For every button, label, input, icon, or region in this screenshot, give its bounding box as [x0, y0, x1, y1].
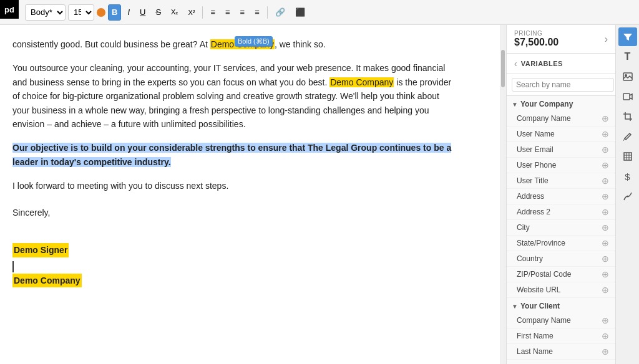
subscript-button[interactable]: X₂	[167, 4, 182, 21]
signer-company-highlight: Demo Company	[12, 274, 456, 287]
sincerely-text: Sincerely,	[12, 206, 456, 219]
svg-rect-3	[623, 93, 630, 100]
add-address-btn[interactable]: ⊕	[600, 191, 610, 201]
add-user-name-btn[interactable]: ⊕	[600, 129, 610, 139]
document-editor[interactable]: consistently good. But could business be…	[0, 25, 500, 364]
paragraph-4-forward: I look forward to meeting with you to di…	[12, 179, 456, 193]
var-last-name[interactable]: Last Name ⊕	[507, 344, 615, 360]
var-country[interactable]: Country ⊕	[507, 251, 615, 267]
draw-icon-btn[interactable]	[618, 187, 637, 206]
var-address[interactable]: Address ⊕	[507, 189, 615, 204]
add-website-btn[interactable]: ⊕	[600, 285, 610, 295]
text-color-picker[interactable]	[97, 8, 105, 17]
video-icon-btn[interactable]	[618, 87, 637, 106]
pricing-value: $7,500.00	[514, 37, 559, 48]
var-user-title[interactable]: User Title ⊕	[507, 173, 615, 189]
line-spacing-button[interactable]: ≡	[207, 4, 219, 21]
objective-text: Our objective is to build on your consid…	[12, 143, 451, 166]
bold-button[interactable]: B	[108, 4, 121, 21]
italic-button[interactable]: I	[124, 4, 134, 21]
editor-scrollbar[interactable]	[500, 25, 506, 364]
paragraph-2: You outsource your cleaning, your accoun…	[12, 61, 456, 131]
paragraph-1: consistently good. But could business be…	[12, 37, 456, 51]
add-user-title-btn[interactable]: ⊕	[600, 176, 610, 186]
var-user-email[interactable]: User Email ⊕	[507, 142, 615, 158]
demo-company-highlight-2: Demo Company	[329, 77, 394, 87]
icon-bar: T	[615, 25, 639, 364]
app-logo: pd	[0, 0, 19, 19]
main-area: consistently good. But could business be…	[0, 25, 639, 364]
crop-icon-btn[interactable]	[618, 107, 637, 126]
search-box: ✕	[507, 74, 615, 96]
pen-icon	[623, 132, 632, 141]
add-user-email-btn[interactable]: ⊕	[600, 145, 610, 155]
image-icon	[623, 72, 633, 81]
divider-1	[202, 6, 203, 19]
font-size-select[interactable]: 15	[68, 4, 94, 21]
scroll-thumb	[501, 50, 505, 87]
svg-line-4	[623, 138, 625, 141]
pricing-chevron-icon[interactable]: ›	[605, 34, 608, 45]
pen-icon-btn[interactable]	[618, 127, 637, 146]
table-icon-btn[interactable]	[618, 147, 637, 166]
image-icon-btn[interactable]	[618, 67, 637, 86]
var-client-company-name[interactable]: Company Name ⊕	[507, 313, 615, 328]
var-first-name[interactable]: First Name ⊕	[507, 328, 615, 344]
add-state-btn[interactable]: ⊕	[600, 238, 610, 248]
variables-list: ▼ Your Company Company Name ⊕ User Name …	[507, 96, 615, 364]
add-country-btn[interactable]: ⊕	[600, 254, 610, 264]
var-address2[interactable]: Address 2 ⊕	[507, 204, 615, 220]
document-content: consistently good. But could business be…	[0, 25, 474, 312]
var-email[interactable]: Email ⊕	[507, 360, 615, 364]
pricing-label: PRICING	[514, 30, 559, 37]
list-button[interactable]: ≡	[237, 4, 249, 21]
link-button[interactable]: 🔗	[271, 4, 289, 21]
svg-marker-0	[623, 34, 632, 41]
add-address2-btn[interactable]: ⊕	[600, 207, 610, 217]
strikethrough-button[interactable]: S	[152, 4, 165, 21]
var-user-phone[interactable]: User Phone ⊕	[507, 158, 615, 173]
var-zip[interactable]: ZIP/Postal Code ⊕	[507, 267, 615, 282]
align-button[interactable]: ≡	[222, 4, 234, 21]
cursor-line	[12, 261, 14, 272]
search-input[interactable]	[512, 78, 614, 92]
svg-point-10	[627, 196, 628, 198]
your-client-group-header[interactable]: ▼ Your Client	[507, 298, 615, 313]
var-user-name[interactable]: User Name ⊕	[507, 127, 615, 142]
var-company-name[interactable]: Company Name ⊕	[507, 111, 615, 127]
dollar-icon-btn[interactable]: $	[618, 167, 637, 186]
add-company-name-btn[interactable]: ⊕	[600, 113, 610, 123]
more-button[interactable]: ⬛	[291, 4, 309, 21]
text-icon-btn[interactable]: T	[618, 47, 637, 66]
formatting-toolbar: Body* 15 B Bold (⌘B) I U S X₂ X² ≡ ≡ ≡ ≡…	[0, 0, 639, 25]
logo-text: pd	[4, 5, 14, 14]
crop-icon	[623, 112, 632, 121]
filter-icon-btn[interactable]	[618, 27, 637, 46]
bullet-button[interactable]: ≡	[251, 4, 263, 21]
add-city-btn[interactable]: ⊕	[600, 223, 610, 232]
var-website[interactable]: Website URL ⊕	[507, 282, 615, 298]
font-style-select[interactable]: Body*	[25, 4, 66, 21]
your-company-group-header[interactable]: ▼ Your Company	[507, 96, 615, 111]
underline-button[interactable]: U	[136, 4, 149, 21]
triangle-icon: ▼	[512, 101, 518, 108]
paragraph-3-objective: Our objective is to build on your consid…	[12, 141, 456, 169]
add-user-phone-btn[interactable]: ⊕	[600, 160, 610, 170]
add-zip-btn[interactable]: ⊕	[600, 269, 610, 279]
your-company-label: Your Company	[520, 100, 573, 108]
superscript-button[interactable]: X²	[184, 4, 198, 21]
divider-2	[267, 6, 268, 19]
signer-name-highlight: Demo Signer	[12, 243, 456, 259]
draw-icon	[623, 192, 632, 201]
bold-tooltip: Bold (⌘B)	[235, 36, 273, 47]
pricing-section[interactable]: PRICING $7,500.00 ›	[507, 25, 615, 54]
add-first-name-btn[interactable]: ⊕	[600, 331, 610, 341]
your-client-label: Your Client	[520, 302, 560, 310]
var-state-province[interactable]: State/Province ⊕	[507, 236, 615, 251]
svg-rect-5	[624, 153, 632, 160]
var-city[interactable]: City ⊕	[507, 220, 615, 236]
variables-back-icon[interactable]: ‹	[514, 59, 517, 69]
add-last-name-btn[interactable]: ⊕	[600, 347, 610, 357]
add-client-company-btn[interactable]: ⊕	[600, 315, 610, 325]
text-icon: T	[625, 51, 631, 62]
